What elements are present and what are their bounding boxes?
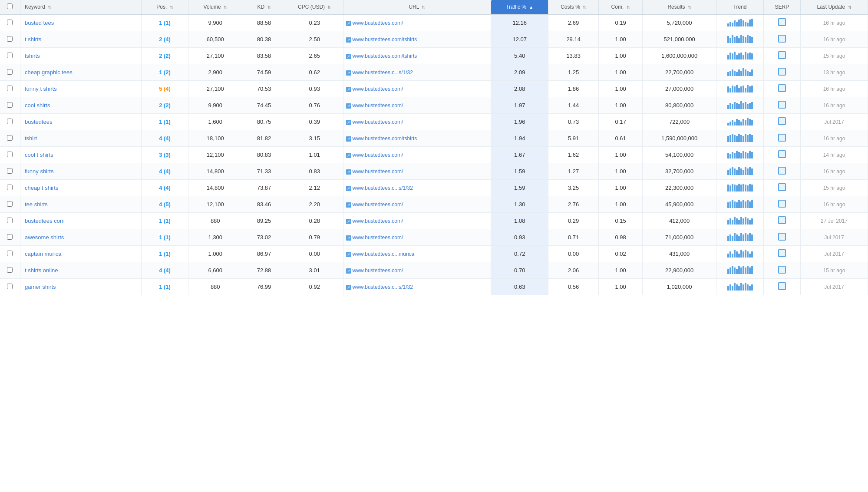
- column-header-traffic[interactable]: Traffic % ▲: [491, 0, 548, 14]
- url-link[interactable]: www.bustedtees.com/: [353, 119, 403, 125]
- row-checkbox[interactable]: [7, 218, 13, 223]
- serp-icon[interactable]: [778, 167, 786, 175]
- keyword-link[interactable]: t shirts online: [25, 267, 58, 274]
- keyword-link[interactable]: cool shirts: [25, 102, 50, 109]
- url-link[interactable]: www.bustedtees.c...s/1/32: [353, 69, 413, 76]
- keyword-link[interactable]: bustedtees: [25, 119, 53, 125]
- serp-icon[interactable]: [778, 101, 786, 109]
- serp-cell[interactable]: [763, 97, 800, 114]
- url-link[interactable]: www.bustedtees.com/tshirts: [353, 53, 417, 59]
- serp-cell[interactable]: [763, 48, 800, 64]
- keyword-link[interactable]: cheap graphic tees: [25, 69, 73, 76]
- row-checkbox[interactable]: [7, 20, 13, 25]
- serp-icon[interactable]: [778, 282, 786, 290]
- serp-cell[interactable]: [763, 31, 800, 48]
- url-link[interactable]: www.bustedtees.com/: [353, 152, 403, 158]
- row-checkbox-cell[interactable]: [0, 213, 20, 229]
- serp-icon[interactable]: [778, 249, 786, 257]
- serp-cell[interactable]: [763, 246, 800, 262]
- serp-icon[interactable]: [778, 51, 786, 59]
- serp-cell[interactable]: [763, 229, 800, 246]
- row-checkbox[interactable]: [7, 119, 13, 124]
- serp-icon[interactable]: [778, 134, 786, 142]
- row-checkbox-cell[interactable]: [0, 97, 20, 114]
- row-checkbox[interactable]: [7, 102, 13, 108]
- serp-icon[interactable]: [778, 150, 786, 158]
- column-header-update[interactable]: Last Update ⇅: [800, 0, 868, 14]
- url-link[interactable]: www.bustedtees.com/: [353, 267, 403, 274]
- url-link[interactable]: www.bustedtees.c...s/1/32: [353, 185, 413, 191]
- serp-cell[interactable]: [763, 196, 800, 213]
- column-header-kd[interactable]: KD ⇅: [242, 0, 286, 14]
- serp-cell[interactable]: [763, 130, 800, 147]
- serp-icon[interactable]: [778, 18, 786, 26]
- row-checkbox-cell[interactable]: [0, 279, 20, 295]
- url-link[interactable]: www.bustedtees.com/: [353, 234, 403, 241]
- row-checkbox-cell[interactable]: [0, 81, 20, 97]
- column-header-results[interactable]: Results ⇅: [642, 0, 716, 14]
- column-header-cpc[interactable]: CPC (USD) ⇅: [286, 0, 343, 14]
- row-checkbox-cell[interactable]: [0, 229, 20, 246]
- url-link[interactable]: www.bustedtees.com/: [353, 218, 403, 224]
- url-link[interactable]: www.bustedtees.com/: [353, 20, 403, 26]
- serp-cell[interactable]: [763, 262, 800, 279]
- row-checkbox[interactable]: [7, 267, 13, 273]
- url-link[interactable]: www.bustedtees.com/: [353, 168, 403, 175]
- row-checkbox[interactable]: [7, 251, 13, 256]
- row-checkbox-cell[interactable]: [0, 262, 20, 279]
- serp-icon[interactable]: [778, 35, 786, 43]
- keyword-link[interactable]: gamer shirts: [25, 284, 56, 290]
- keyword-link[interactable]: awesome shirts: [25, 234, 64, 241]
- serp-icon[interactable]: [778, 68, 786, 76]
- column-header-pos[interactable]: Pos. ⇅: [141, 0, 188, 14]
- row-checkbox-cell[interactable]: [0, 246, 20, 262]
- row-checkbox-cell[interactable]: [0, 64, 20, 81]
- row-checkbox[interactable]: [7, 69, 13, 75]
- row-checkbox-cell[interactable]: [0, 180, 20, 196]
- url-link[interactable]: www.bustedtees.c...murica: [353, 251, 415, 257]
- serp-cell[interactable]: [763, 180, 800, 196]
- row-checkbox-cell[interactable]: [0, 163, 20, 180]
- row-checkbox-cell[interactable]: [0, 196, 20, 213]
- keyword-link[interactable]: t shirts: [25, 36, 41, 43]
- row-checkbox[interactable]: [7, 86, 13, 91]
- url-link[interactable]: www.bustedtees.com/tshirts: [353, 36, 417, 43]
- url-link[interactable]: www.bustedtees.com/: [353, 86, 403, 92]
- serp-cell[interactable]: [763, 81, 800, 97]
- row-checkbox[interactable]: [7, 201, 13, 207]
- row-checkbox[interactable]: [7, 185, 13, 190]
- serp-icon[interactable]: [778, 200, 786, 208]
- column-header-url[interactable]: URL ⇅: [343, 0, 491, 14]
- url-link[interactable]: www.bustedtees.com/: [353, 102, 403, 109]
- serp-cell[interactable]: [763, 147, 800, 163]
- row-checkbox-cell[interactable]: [0, 48, 20, 64]
- row-checkbox-cell[interactable]: [0, 114, 20, 130]
- serp-cell[interactable]: [763, 279, 800, 295]
- keyword-link[interactable]: cool t shirts: [25, 152, 53, 158]
- row-checkbox[interactable]: [7, 152, 13, 157]
- keyword-link[interactable]: bustedtees com: [25, 218, 65, 224]
- row-checkbox[interactable]: [7, 168, 13, 174]
- keyword-link[interactable]: cheap t shirts: [25, 185, 58, 191]
- url-link[interactable]: www.bustedtees.c...s/1/32: [353, 284, 413, 290]
- column-header-com[interactable]: Com. ⇅: [599, 0, 643, 14]
- serp-cell[interactable]: [763, 163, 800, 180]
- serp-icon[interactable]: [778, 117, 786, 125]
- row-checkbox-cell[interactable]: [0, 31, 20, 48]
- keyword-link[interactable]: tshirts: [25, 53, 40, 59]
- serp-icon[interactable]: [778, 233, 786, 241]
- serp-icon[interactable]: [778, 84, 786, 92]
- serp-cell[interactable]: [763, 64, 800, 81]
- keyword-link[interactable]: captain murica: [25, 251, 62, 257]
- select-all-checkbox[interactable]: [7, 3, 13, 9]
- serp-icon[interactable]: [778, 266, 786, 274]
- row-checkbox[interactable]: [7, 36, 13, 42]
- keyword-link[interactable]: tee shirts: [25, 201, 48, 208]
- url-link[interactable]: www.bustedtees.com/: [353, 201, 403, 208]
- row-checkbox-cell[interactable]: [0, 130, 20, 147]
- keyword-link[interactable]: tshirt: [25, 135, 37, 142]
- url-link[interactable]: www.bustedtees.com/tshirts: [353, 135, 417, 142]
- keyword-link[interactable]: funny shirts: [25, 168, 53, 175]
- row-checkbox[interactable]: [7, 284, 13, 289]
- keyword-link[interactable]: busted tees: [25, 20, 54, 26]
